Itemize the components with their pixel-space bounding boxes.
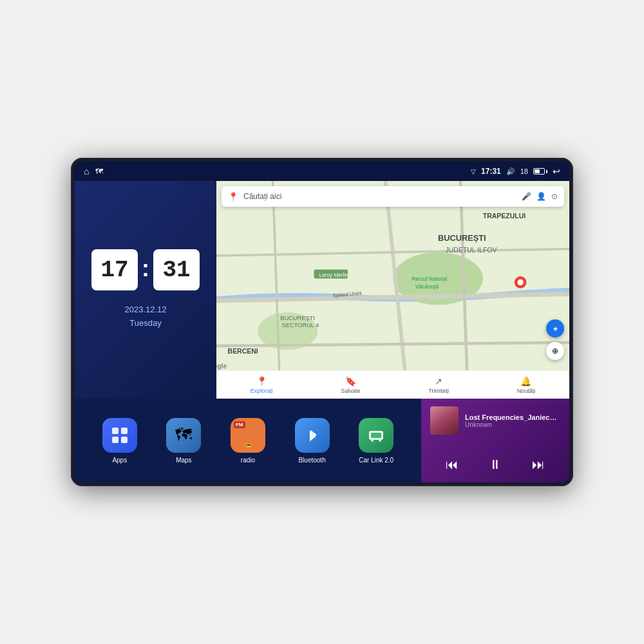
music-thumbnail (430, 406, 459, 435)
music-artist: Unknown (465, 421, 560, 428)
music-text: Lost Frequencies_Janieck Devy-... Unknow… (465, 413, 560, 428)
map-footer-send[interactable]: ↗ Trimiteți (428, 376, 449, 394)
explore-icon: 📍 (256, 376, 267, 386)
bluetooth-label: Bluetooth (298, 457, 325, 464)
clock-panel: 17 : 31 2023.12.12 Tuesday (75, 181, 216, 399)
maps-nav-icon[interactable]: 🗺 (95, 167, 103, 176)
svg-rect-25 (112, 437, 118, 443)
status-bar: ⌂ 🗺 ▽ 17:31 🔊 18 ↩ (75, 162, 569, 181)
maps-icon: 🗺 (166, 418, 201, 453)
apps-dock: Apps 🗺 Maps FM 📻 (75, 399, 421, 482)
app-item-maps[interactable]: 🗺 Maps (166, 418, 201, 464)
svg-rect-26 (121, 437, 128, 443)
svg-text:JUDEȚUL ILFOV: JUDEȚUL ILFOV (446, 247, 497, 254)
map-footer-explore[interactable]: 📍 Explorați (251, 376, 273, 394)
app-item-radio[interactable]: FM 📻 radio (231, 418, 265, 464)
mic-icon[interactable]: 🎤 (522, 192, 531, 201)
send-icon: ↗ (435, 376, 442, 386)
next-button[interactable]: ⏭ (527, 455, 550, 475)
send-label: Trimiteți (428, 388, 449, 394)
prev-button[interactable]: ⏮ (440, 455, 464, 475)
map-footer-news[interactable]: 🔔 Noutăți (517, 376, 536, 394)
news-icon: 🔔 (520, 376, 531, 386)
svg-text:Leroy Merlin: Leroy Merlin (319, 272, 348, 278)
map-panel: BUCUREȘTI JUDEȚUL ILFOV BERCENI TRAPEZUL… (216, 181, 569, 399)
clock-hours: 17 (91, 249, 138, 290)
music-info: Lost Frequencies_Janieck Devy-... Unknow… (430, 406, 560, 435)
svg-rect-24 (121, 428, 128, 434)
compass-button[interactable]: ⊕ (546, 342, 564, 360)
clock-colon: : (142, 255, 149, 282)
svg-text:Văcărești: Văcărești (415, 284, 439, 290)
play-pause-button[interactable]: ⏸ (484, 455, 507, 475)
saved-icon: 🔖 (345, 376, 356, 386)
signal-icon: ▽ (471, 168, 476, 175)
svg-text:BUCUREȘTI: BUCUREȘTI (280, 315, 315, 321)
svg-rect-31 (371, 433, 381, 438)
map-search-icons: 🎤 👤 ⊙ (522, 192, 558, 201)
svg-text:Google: Google (216, 363, 227, 370)
date-display: 2023.12.12 Tuesday (124, 303, 166, 330)
map-footer-saved[interactable]: 🔖 Salvate (341, 376, 361, 394)
map-footer: 📍 Explorați 🔖 Salvate ↗ Trimiteți 🔔 (216, 370, 569, 399)
battery-icon (533, 168, 547, 175)
music-controls: ⏮ ⏸ ⏭ (430, 455, 560, 475)
app-item-apps[interactable]: Apps (102, 418, 137, 464)
car-head-unit: ⌂ 🗺 ▽ 17:31 🔊 18 ↩ (71, 158, 573, 486)
date-value: 2023.12.12 (124, 303, 166, 317)
volume-icon: 🔊 (506, 167, 515, 176)
volume-level: 18 (520, 167, 528, 175)
music-player: Lost Frequencies_Janieck Devy-... Unknow… (421, 399, 569, 482)
svg-point-33 (379, 439, 381, 442)
svg-text:TRAPEZULUI: TRAPEZULUI (483, 213, 526, 220)
search-text: Căutați aici (243, 192, 516, 201)
album-art (430, 406, 459, 435)
svg-text:BERCENI: BERCENI (228, 348, 258, 355)
layers-icon[interactable]: ⊙ (551, 192, 558, 201)
map-search-bar[interactable]: 📍 Căutați aici 🎤 👤 ⊙ (222, 186, 564, 207)
news-label: Noutăți (517, 388, 536, 394)
maps-label: Maps (176, 457, 191, 464)
screen: ⌂ 🗺 ▽ 17:31 🔊 18 ↩ (75, 162, 569, 482)
main-content: 17 : 31 2023.12.12 Tuesday (75, 181, 569, 482)
svg-rect-23 (112, 428, 118, 434)
radio-icon: FM 📻 (231, 418, 265, 453)
map-background: BUCUREȘTI JUDEȚUL ILFOV BERCENI TRAPEZUL… (216, 181, 569, 399)
svg-point-20 (517, 279, 523, 285)
svg-point-32 (371, 439, 374, 442)
music-title: Lost Frequencies_Janieck Devy-... (465, 413, 560, 421)
clock-display: 17 : 31 (91, 249, 200, 290)
carlink-label: Car Link 2.0 (359, 457, 393, 464)
day-value: Tuesday (124, 317, 166, 330)
app-item-bluetooth[interactable]: Bluetooth (295, 418, 330, 464)
explore-label: Explorați (251, 388, 273, 394)
svg-text:Parcul Natural: Parcul Natural (412, 276, 447, 282)
clock-minutes: 31 (153, 249, 200, 290)
back-icon[interactable]: ↩ (553, 166, 560, 176)
svg-text:SECTORUL 4: SECTORUL 4 (282, 322, 319, 328)
carlink-icon (359, 418, 393, 453)
top-section: 17 : 31 2023.12.12 Tuesday (75, 181, 569, 399)
nav-buttons: ⌂ 🗺 (84, 166, 103, 176)
status-right: ▽ 17:31 🔊 18 ↩ (471, 166, 560, 176)
apps-label: Apps (112, 457, 127, 464)
apps-icon (102, 418, 137, 453)
app-item-carlink[interactable]: Car Link 2.0 (359, 418, 393, 464)
navigate-button[interactable]: ★ (546, 319, 564, 337)
map-pin-icon: 📍 (228, 192, 238, 202)
home-icon[interactable]: ⌂ (84, 166, 89, 176)
saved-label: Salvate (341, 388, 361, 394)
svg-text:BUCUREȘTI: BUCUREȘTI (438, 233, 486, 243)
bottom-section: Apps 🗺 Maps FM 📻 (75, 399, 569, 482)
radio-label: radio (241, 457, 255, 464)
account-icon[interactable]: 👤 (536, 192, 546, 201)
bluetooth-icon (295, 418, 330, 453)
time-display: 17:31 (481, 167, 501, 176)
